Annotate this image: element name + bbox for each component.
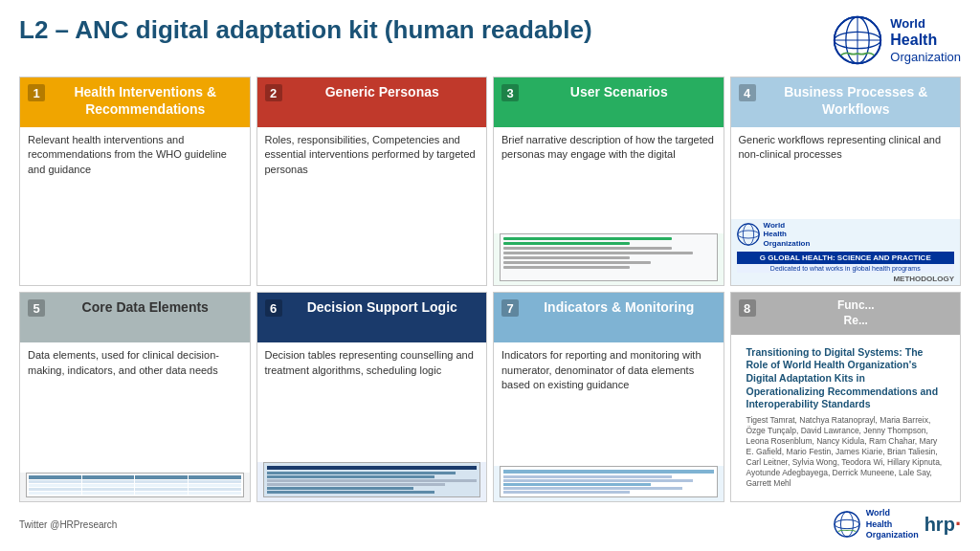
svg-point-7 <box>743 224 753 245</box>
svg-point-9 <box>835 512 859 537</box>
card-8-body: Transitioning to Digital Systems: The Ro… <box>739 341 953 496</box>
card-4-num: 4 <box>739 84 756 101</box>
footer-who: World Health Organization hrp· <box>834 508 961 541</box>
card-5-body: Data elements, used for clinical decisio… <box>20 342 250 472</box>
card-6-header: 6 Decision Support Logic <box>257 293 487 342</box>
card-3-title: User Scenarios <box>523 83 716 100</box>
card-2-header: 2 Generic Personas <box>257 77 487 127</box>
who-health-label: Health <box>890 31 961 49</box>
footer-globe-icon <box>834 511 860 538</box>
card-4-body: Generic workflows representing clinical … <box>731 127 961 219</box>
card-8-content: Transitioning to Digital Systems: The Ro… <box>731 335 961 501</box>
svg-point-11 <box>835 520 859 529</box>
card-4-header: 4 Business Processes & Workflows <box>731 77 961 127</box>
who-mini-globe-icon <box>737 223 760 246</box>
card-3-doc-image <box>500 233 718 281</box>
card-5: 5 Core Data Elements Data elements, used… <box>19 292 251 501</box>
card-6-body: Decision tables representing counselling… <box>257 342 487 461</box>
methodology-label: METHODOLOGY <box>731 273 961 285</box>
who-org-label: Organization <box>890 50 961 65</box>
card-8-num: 8 <box>739 299 756 317</box>
card-2: 2 Generic Personas Roles, responsibiliti… <box>256 77 488 286</box>
card-4: 4 Business Processes & Workflows Generic… <box>730 77 962 286</box>
card-1-header: 1 Health Interventions & Recommendations <box>20 77 250 127</box>
who-world-label: World <box>890 16 961 32</box>
footer-who-text: World Health Organization <box>866 508 919 541</box>
card-1: 1 Health Interventions & Recommendations… <box>19 77 251 286</box>
card-6-num: 6 <box>265 299 282 317</box>
article-title: Transitioning to Digital Systems: The Ro… <box>746 346 946 411</box>
hrp-logo: hrp· <box>924 512 961 537</box>
card-grid: 1 Health Interventions & Recommendations… <box>19 77 961 502</box>
card-2-body: Roles, responsibilities, Competencies an… <box>257 127 487 285</box>
card-6-title: Decision Support Logic <box>286 298 479 316</box>
card-3-body: Brief narrative description of how the t… <box>494 127 724 233</box>
card-5-num: 5 <box>28 299 45 317</box>
card-1-title: Health Interventions & Recommendations <box>49 83 242 118</box>
card-5-table <box>26 473 244 497</box>
svg-point-10 <box>840 512 853 537</box>
article-authors: Tigest Tamrat, Natchya Ratanoprayl, Mari… <box>746 415 946 489</box>
who-mini-text: World Health Organization <box>764 221 811 249</box>
card-7-doc <box>500 466 718 497</box>
card-3: 3 User Scenarios Brief narrative descrip… <box>493 77 724 286</box>
card-7-header: 7 Indicators & Monitoring <box>494 293 724 342</box>
card-8-header: 8 Func...Re... <box>731 293 961 334</box>
who-text: World Health Organization <box>890 16 961 64</box>
card-7-body: Indicators for reporting and monitoring … <box>494 342 724 465</box>
card-2-title: Generic Personas <box>286 83 479 100</box>
card-6: 6 Decision Support Logic Decision tables… <box>256 292 488 501</box>
twitter-label: Twitter @HRPresearch <box>19 519 117 530</box>
card-1-num: 1 <box>28 84 45 101</box>
card-1-body: Relevant health interventions and recomm… <box>20 127 250 285</box>
who-globe-icon <box>833 15 882 65</box>
who-logo: World Health Organization <box>833 15 961 65</box>
header: L2 – ANC digital adaptation kit (human r… <box>19 15 961 65</box>
card-5-header: 5 Core Data Elements <box>20 293 250 342</box>
svg-point-8 <box>737 231 758 238</box>
card-7-title: Indicators & Monitoring <box>523 298 716 316</box>
ghsp-banner: G GLOBAL HEALTH: SCIENCE AND PRACTICE <box>737 252 955 264</box>
slide: L2 – ANC digital adaptation kit (human r… <box>0 0 980 551</box>
card-8: 8 Func...Re... Transitioning to Digital … <box>730 292 962 501</box>
card-3-header: 3 User Scenarios <box>494 77 724 127</box>
card-3-num: 3 <box>501 84 519 101</box>
card-4-title: Business Processes & Workflows <box>760 83 953 118</box>
card-7-num: 7 <box>501 299 519 317</box>
card-6-doc <box>263 462 481 497</box>
card-5-title: Core Data Elements <box>49 298 242 316</box>
footer: Twitter @HRPresearch World Health Organi… <box>19 508 961 541</box>
page-title: L2 – ANC digital adaptation kit (human r… <box>19 15 592 45</box>
card-4-who-mini: World Health Organization <box>731 219 961 251</box>
card-2-num: 2 <box>265 84 282 101</box>
ghsp-sub: Dedicated to what works in global health… <box>737 264 955 273</box>
card-7: 7 Indicators & Monitoring Indicators for… <box>493 292 724 501</box>
hrp-dot: · <box>955 512 961 536</box>
svg-point-6 <box>737 224 758 245</box>
card-8-title: Func...Re... <box>760 298 953 328</box>
